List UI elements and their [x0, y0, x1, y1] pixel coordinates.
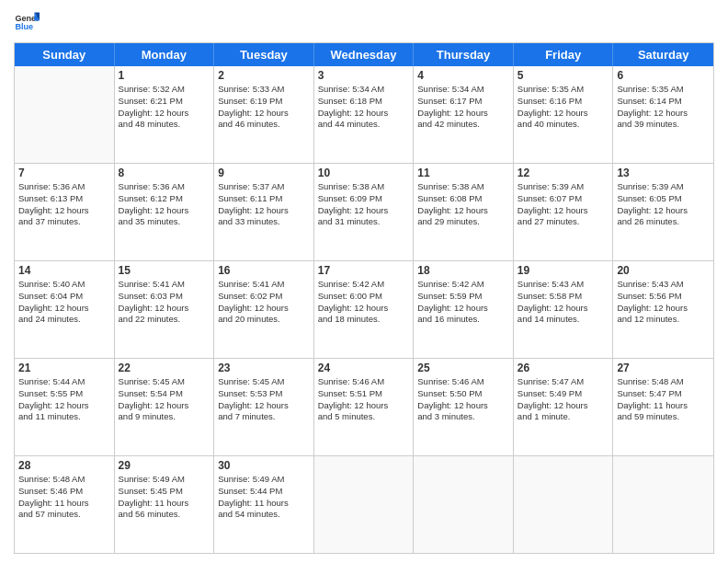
cell-info-line: Sunrise: 5:39 AM: [518, 181, 609, 193]
empty-cell-0-0: [15, 66, 115, 163]
cell-info-line: and 27 minutes.: [518, 216, 609, 228]
cell-info-line: Daylight: 12 hours: [119, 400, 210, 412]
cell-info-line: Sunset: 6:07 PM: [518, 193, 609, 205]
cell-info-line: Daylight: 12 hours: [318, 108, 410, 120]
cell-info-line: Daylight: 12 hours: [617, 303, 710, 315]
cell-info-line: Sunrise: 5:37 AM: [218, 181, 310, 193]
day-number: 11: [417, 167, 509, 179]
day-number: 2: [218, 69, 310, 82]
day-cell-18: 18Sunrise: 5:42 AMSunset: 5:59 PMDayligh…: [414, 261, 514, 358]
day-number: 10: [318, 167, 410, 179]
day-number: 6: [617, 69, 710, 82]
weekday-header-monday: Monday: [115, 43, 215, 66]
empty-cell-4-6: [613, 456, 713, 553]
day-cell-4: 4Sunrise: 5:34 AMSunset: 6:17 PMDaylight…: [414, 66, 514, 163]
day-cell-15: 15Sunrise: 5:41 AMSunset: 6:03 PMDayligh…: [115, 261, 215, 358]
cell-info-line: and 40 minutes.: [518, 119, 609, 131]
cell-info-line: Sunrise: 5:45 AM: [119, 376, 210, 388]
calendar-header: SundayMondayTuesdayWednesdayThursdayFrid…: [15, 43, 713, 66]
day-cell-21: 21Sunrise: 5:44 AMSunset: 5:55 PMDayligh…: [15, 359, 115, 455]
cell-info-line: and 46 minutes.: [218, 119, 310, 131]
cell-info-line: Sunrise: 5:46 AM: [417, 376, 509, 388]
cell-info-line: and 35 minutes.: [119, 216, 210, 228]
cell-info-line: and 57 minutes.: [18, 509, 110, 521]
day-cell-29: 29Sunrise: 5:49 AMSunset: 5:45 PMDayligh…: [115, 456, 215, 553]
day-number: 21: [18, 362, 110, 374]
day-number: 29: [119, 459, 210, 472]
cell-info-line: Daylight: 12 hours: [218, 108, 310, 120]
day-cell-14: 14Sunrise: 5:40 AMSunset: 6:04 PMDayligh…: [15, 261, 115, 358]
cell-info-line: and 42 minutes.: [417, 119, 509, 131]
cell-info-line: and 54 minutes.: [218, 509, 310, 521]
cell-info-line: Daylight: 12 hours: [518, 303, 609, 315]
cell-info-line: Sunset: 5:56 PM: [617, 291, 710, 303]
cell-info-line: Sunrise: 5:32 AM: [119, 84, 210, 96]
weekday-header-saturday: Saturday: [613, 43, 713, 66]
svg-text:Blue: Blue: [15, 22, 33, 31]
day-cell-16: 16Sunrise: 5:41 AMSunset: 6:02 PMDayligh…: [214, 261, 314, 358]
cell-info-line: and 12 minutes.: [617, 314, 710, 326]
day-number: 28: [18, 459, 110, 472]
cell-info-line: Sunset: 5:51 PM: [318, 388, 410, 400]
cell-info-line: Sunrise: 5:49 AM: [119, 474, 210, 486]
weekday-header-friday: Friday: [514, 43, 614, 66]
cell-info-line: Sunrise: 5:48 AM: [18, 474, 110, 486]
cell-info-line: Daylight: 11 hours: [18, 498, 110, 510]
cell-info-line: Sunrise: 5:35 AM: [518, 84, 609, 96]
day-number: 13: [617, 167, 710, 179]
weekday-header-wednesday: Wednesday: [314, 43, 415, 66]
cell-info-line: Sunset: 5:45 PM: [119, 486, 210, 498]
cell-info-line: and 44 minutes.: [318, 119, 410, 131]
cell-info-line: Daylight: 12 hours: [417, 303, 509, 315]
day-number: 22: [119, 362, 210, 374]
day-cell-2: 2Sunrise: 5:33 AMSunset: 6:19 PMDaylight…: [214, 66, 314, 163]
cell-info-line: Sunset: 6:11 PM: [218, 193, 310, 205]
cell-info-line: Sunset: 6:13 PM: [18, 193, 110, 205]
cell-info-line: Sunset: 6:02 PM: [218, 291, 310, 303]
day-cell-23: 23Sunrise: 5:45 AMSunset: 5:53 PMDayligh…: [214, 359, 314, 455]
calendar-row-4: 21Sunrise: 5:44 AMSunset: 5:55 PMDayligh…: [15, 359, 713, 456]
cell-info-line: Sunset: 5:50 PM: [417, 388, 509, 400]
day-number: 16: [218, 264, 310, 277]
empty-cell-4-3: [314, 456, 415, 553]
cell-info-line: Sunset: 5:44 PM: [218, 486, 310, 498]
day-number: 12: [518, 167, 609, 179]
header: General Blue: [14, 9, 714, 35]
day-cell-1: 1Sunrise: 5:32 AMSunset: 6:21 PMDaylight…: [115, 66, 215, 163]
day-number: 7: [18, 167, 110, 179]
cell-info-line: Sunrise: 5:45 AM: [218, 376, 310, 388]
cell-info-line: Daylight: 12 hours: [18, 303, 110, 315]
day-number: 24: [318, 362, 410, 374]
cell-info-line: Sunset: 6:16 PM: [518, 96, 609, 108]
cell-info-line: Daylight: 12 hours: [518, 108, 609, 120]
cell-info-line: Daylight: 12 hours: [318, 205, 410, 217]
calendar: SundayMondayTuesdayWednesdayThursdayFrid…: [14, 42, 714, 554]
day-cell-20: 20Sunrise: 5:43 AMSunset: 5:56 PMDayligh…: [613, 261, 713, 358]
cell-info-line: Sunrise: 5:41 AM: [119, 279, 210, 291]
empty-cell-4-5: [514, 456, 614, 553]
day-number: 4: [417, 69, 509, 82]
cell-info-line: Daylight: 12 hours: [18, 205, 110, 217]
cell-info-line: Sunset: 5:55 PM: [18, 388, 110, 400]
cell-info-line: and 16 minutes.: [417, 314, 509, 326]
cell-info-line: and 37 minutes.: [18, 216, 110, 228]
cell-info-line: and 5 minutes.: [318, 411, 410, 423]
cell-info-line: Sunrise: 5:46 AM: [318, 376, 410, 388]
cell-info-line: Sunset: 6:17 PM: [417, 96, 509, 108]
cell-info-line: Sunrise: 5:36 AM: [119, 181, 210, 193]
cell-info-line: Daylight: 12 hours: [218, 400, 310, 412]
day-cell-22: 22Sunrise: 5:45 AMSunset: 5:54 PMDayligh…: [115, 359, 215, 455]
cell-info-line: Sunrise: 5:47 AM: [518, 376, 609, 388]
cell-info-line: Sunset: 5:54 PM: [119, 388, 210, 400]
day-number: 18: [417, 264, 509, 277]
cell-info-line: Sunset: 5:58 PM: [518, 291, 609, 303]
cell-info-line: Sunrise: 5:34 AM: [417, 84, 509, 96]
day-cell-12: 12Sunrise: 5:39 AMSunset: 6:07 PMDayligh…: [514, 164, 614, 260]
cell-info-line: Sunrise: 5:38 AM: [417, 181, 509, 193]
day-number: 25: [417, 362, 509, 374]
calendar-row-3: 14Sunrise: 5:40 AMSunset: 6:04 PMDayligh…: [15, 261, 713, 359]
cell-info-line: Sunrise: 5:39 AM: [617, 181, 710, 193]
cell-info-line: Sunset: 6:08 PM: [417, 193, 509, 205]
day-cell-27: 27Sunrise: 5:48 AMSunset: 5:47 PMDayligh…: [613, 359, 713, 455]
cell-info-line: Daylight: 12 hours: [318, 303, 410, 315]
